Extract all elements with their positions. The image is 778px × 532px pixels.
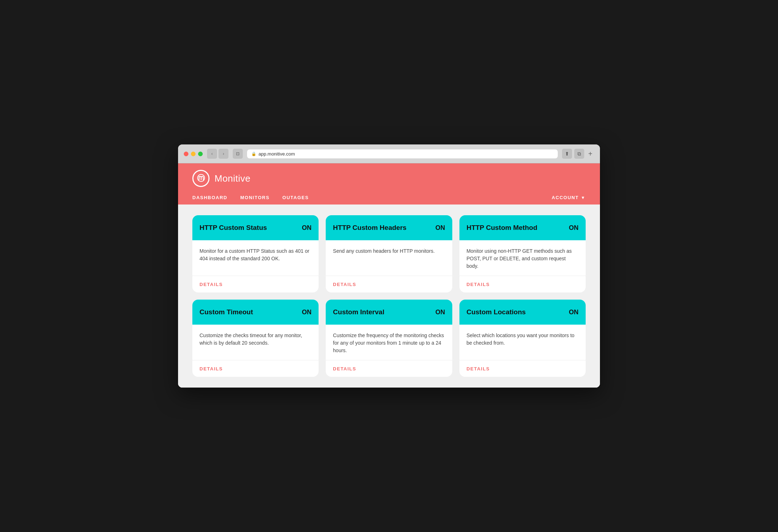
close-button[interactable]	[184, 152, 188, 156]
browser-chrome: ‹ › ⊡ 🔒 app.monitive.com ⬆ ⧉ +	[178, 144, 600, 163]
card-desc-custom-interval: Customize the frequency of the monitorin…	[333, 332, 445, 354]
card-title-http-custom-method: HTTP Custom Method	[467, 223, 537, 232]
details-link-http-custom-status[interactable]: DETAILS	[200, 282, 223, 287]
card-http-custom-headers: HTTP Custom Headers ON Send any custom h…	[326, 215, 452, 292]
card-badge-custom-timeout: ON	[302, 309, 311, 316]
card-body-http-custom-status: Monitor for a custom HTTP Status such as…	[192, 240, 319, 276]
card-title-custom-timeout: Custom Timeout	[200, 308, 253, 316]
logo-letter: ⓜ	[197, 173, 205, 184]
card-badge-http-custom-headers: ON	[435, 224, 445, 232]
card-desc-http-custom-status: Monitor for a custom HTTP Status such as…	[200, 247, 311, 262]
card-custom-locations: Custom Locations ON Select which locatio…	[459, 300, 586, 377]
details-link-custom-locations[interactable]: DETAILS	[467, 366, 490, 371]
account-label: ACCOUNT	[552, 195, 579, 200]
nav-monitors[interactable]: MONITORS	[240, 195, 270, 205]
lock-icon: 🔒	[251, 152, 256, 156]
card-title-http-custom-headers: HTTP Custom Headers	[333, 223, 407, 232]
card-footer-http-custom-status: DETAILS	[192, 276, 319, 292]
details-link-custom-timeout[interactable]: DETAILS	[200, 366, 223, 371]
header-top: ⓜ Monitive	[192, 163, 586, 192]
card-header-http-custom-method: HTTP Custom Method ON	[459, 215, 586, 240]
card-body-http-custom-method: Monitor using non-HTTP GET methods such …	[459, 240, 586, 276]
card-http-custom-status: HTTP Custom Status ON Monitor for a cust…	[192, 215, 319, 292]
card-desc-http-custom-headers: Send any custom headers for HTTP monitor…	[333, 247, 445, 255]
card-custom-interval: Custom Interval ON Customize the frequen…	[326, 300, 452, 377]
back-button[interactable]: ‹	[207, 149, 217, 159]
card-body-custom-timeout: Customize the checks timeout for any mon…	[192, 325, 319, 360]
card-body-custom-interval: Customize the frequency of the monitorin…	[326, 325, 452, 360]
browser-actions: ⬆ ⧉ +	[562, 149, 594, 159]
layout-button[interactable]: ⊡	[233, 149, 243, 159]
card-custom-timeout: Custom Timeout ON Customize the checks t…	[192, 300, 319, 377]
browser-window: ‹ › ⊡ 🔒 app.monitive.com ⬆ ⧉ + ⓜ Monitiv…	[178, 144, 600, 388]
card-title-custom-interval: Custom Interval	[333, 308, 384, 316]
chevron-down-icon: ▼	[581, 195, 586, 200]
new-tab-button[interactable]: +	[586, 150, 594, 158]
card-header-custom-timeout: Custom Timeout ON	[192, 300, 319, 325]
card-footer-custom-locations: DETAILS	[459, 360, 586, 377]
card-body-http-custom-headers: Send any custom headers for HTTP monitor…	[326, 240, 452, 276]
card-body-custom-locations: Select which locations you want your mon…	[459, 325, 586, 360]
card-desc-custom-locations: Select which locations you want your mon…	[467, 332, 578, 347]
card-header-http-custom-status: HTTP Custom Status ON	[192, 215, 319, 240]
tabs-button[interactable]: ⧉	[574, 149, 584, 159]
card-badge-custom-interval: ON	[435, 309, 445, 316]
nav-links: DASHBOARD MONITORS OUTAGES	[192, 195, 552, 205]
nav-buttons: ‹ ›	[207, 149, 228, 159]
card-http-custom-method: HTTP Custom Method ON Monitor using non-…	[459, 215, 586, 292]
card-footer-http-custom-method: DETAILS	[459, 276, 586, 292]
logo: ⓜ	[192, 170, 210, 187]
card-header-custom-locations: Custom Locations ON	[459, 300, 586, 325]
card-desc-http-custom-method: Monitor using non-HTTP GET methods such …	[467, 247, 578, 270]
nav-bar: DASHBOARD MONITORS OUTAGES ACCOUNT ▼	[192, 192, 586, 205]
maximize-button[interactable]	[198, 152, 203, 156]
card-header-custom-interval: Custom Interval ON	[326, 300, 452, 325]
card-header-http-custom-headers: HTTP Custom Headers ON	[326, 215, 452, 240]
card-footer-custom-interval: DETAILS	[326, 360, 452, 377]
card-desc-custom-timeout: Customize the checks timeout for any mon…	[200, 332, 311, 347]
brand-name: Monitive	[215, 173, 251, 184]
card-badge-http-custom-method: ON	[569, 224, 578, 232]
minimize-button[interactable]	[191, 152, 196, 156]
app-header: ⓜ Monitive DASHBOARD MONITORS OUTAGES AC…	[178, 163, 600, 205]
details-link-http-custom-headers[interactable]: DETAILS	[333, 282, 356, 287]
url-text: app.monitive.com	[258, 151, 295, 157]
main-content: HTTP Custom Status ON Monitor for a cust…	[178, 205, 600, 388]
card-badge-custom-locations: ON	[569, 309, 578, 316]
share-button[interactable]: ⬆	[562, 149, 572, 159]
card-footer-custom-timeout: DETAILS	[192, 360, 319, 377]
nav-dashboard[interactable]: DASHBOARD	[192, 195, 227, 205]
address-bar[interactable]: 🔒 app.monitive.com	[247, 149, 558, 158]
card-title-http-custom-status: HTTP Custom Status	[200, 223, 267, 232]
card-footer-http-custom-headers: DETAILS	[326, 276, 452, 292]
card-title-custom-locations: Custom Locations	[467, 308, 526, 316]
details-link-custom-interval[interactable]: DETAILS	[333, 366, 356, 371]
cards-grid: HTTP Custom Status ON Monitor for a cust…	[192, 215, 586, 377]
nav-outages[interactable]: OUTAGES	[282, 195, 309, 205]
forward-button[interactable]: ›	[218, 149, 228, 159]
traffic-lights	[184, 152, 203, 156]
app: ⓜ Monitive DASHBOARD MONITORS OUTAGES AC…	[178, 163, 600, 388]
card-badge-http-custom-status: ON	[302, 224, 311, 232]
account-button[interactable]: ACCOUNT ▼	[552, 195, 586, 205]
details-link-http-custom-method[interactable]: DETAILS	[467, 282, 490, 287]
